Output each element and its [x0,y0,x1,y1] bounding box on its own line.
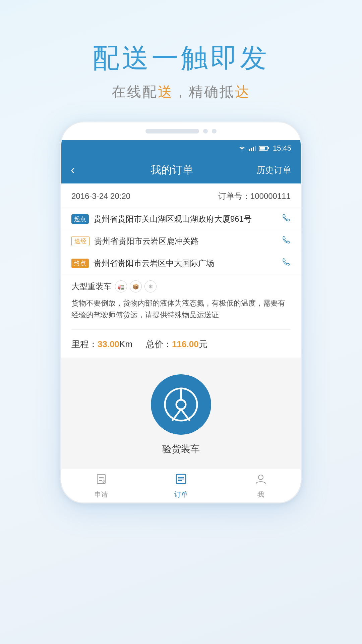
address-row-start: 起点 贵州省贵阳市关山湖区观山湖政府大厦961号 [61,208,301,230]
driver-section: 验货装车 [61,358,301,469]
wifi-icon [238,145,246,151]
end-tag: 终点 [71,259,89,268]
phone-frame: 15:45 ‹ 我的订单 历史订单 2016-3-24 20:20 订单号：10… [60,121,302,503]
svg-point-1 [176,400,186,409]
vehicle-section: 大型重装车 🚛 📦 ❄ 货物不要倒放，货物内部的液体为液态氮，有极低的温度，需要… [61,274,301,324]
vehicle-description: 货物不要倒放，货物内部的液体为液态氮，有极低的温度，需要有经验的驾驶师傅货运，请… [71,297,291,321]
price-row: 里程：33.00Km 总价：116.00元 [61,335,301,358]
price-info: 总价：116.00元 [146,338,207,350]
battery-fill [260,147,265,150]
hero-section: 配送一触即发 在线配送，精确抵达 [0,0,362,121]
hero-title: 配送一触即发 [0,40,362,76]
subtitle-middle: ，精确抵 [173,84,235,100]
distance-value: 33.00 [98,339,119,349]
svg-line-4 [181,409,189,420]
notch-dot1 [203,129,208,133]
nav-item-profile[interactable]: 我 [221,473,301,499]
vehicle-title-row: 大型重装车 🚛 📦 ❄ [71,280,291,292]
subtitle-highlight1: 送 [158,84,173,100]
subtitle-highlight2: 达 [235,84,250,100]
status-bar: 15:45 [61,140,301,157]
hero-subtitle: 在线配送，精确抵达 [0,83,362,101]
nav-item-orders[interactable]: 订单 [141,473,221,499]
price-label: 总价： [146,339,172,349]
content-area: 2016-3-24 20:20 订单号：100000111 起点 贵州省贵阳市关… [61,183,301,469]
content-divider [71,329,291,330]
subtitle-before: 在线配 [112,84,158,100]
order-date: 2016-3-24 20:20 [71,192,130,201]
distance-label: 里程： [71,339,98,349]
svg-line-3 [173,409,181,420]
notch-dot2 [212,129,217,133]
phone-icon-via[interactable] [282,235,291,247]
status-time: 15:45 [273,144,291,153]
order-num-value: 100000111 [250,192,291,201]
svg-point-13 [258,475,263,480]
vehicle-icons: 🚛 📦 ❄ [115,280,157,292]
profile-icon [255,473,267,488]
vehicle-icon-3: ❄ [144,280,157,292]
via-tag: 途经 [71,236,89,246]
history-orders-button[interactable]: 历史订单 [256,164,291,176]
battery-icon [259,146,268,151]
phone-notch-area [61,122,301,140]
end-address: 贵州省贵阳市云岩区中大国际广场 [94,258,279,269]
order-header: 2016-3-24 20:20 订单号：100000111 [61,183,301,208]
vehicle-type: 大型重装车 [71,281,112,292]
orders-label: 订单 [174,490,188,499]
orders-icon [175,473,187,488]
back-button[interactable]: ‹ [71,163,87,177]
navigation-bar: ‹ 我的订单 历史订单 [61,157,301,183]
vehicle-icon-2: 📦 [130,280,142,292]
phone-icon-start[interactable] [282,213,291,224]
phone-icon-end[interactable] [282,258,291,269]
distance-unit: Km [119,339,132,349]
nav-item-apply[interactable]: 申请 [61,473,141,499]
via-address: 贵州省贵阳市云岩区鹿冲关路 [94,236,279,247]
address-row-end: 终点 贵州省贵阳市云岩区中大国际广场 [61,252,301,274]
nav-title: 我的订单 [150,163,193,177]
steering-wheel-icon [163,386,199,423]
phone-mockup: 15:45 ‹ 我的订单 历史订单 2016-3-24 20:20 订单号：10… [0,121,362,503]
distance-info: 里程：33.00Km [71,338,132,350]
price-value: 116.00 [172,339,199,349]
signal-icon [249,145,256,151]
address-row-via: 途经 贵州省贵阳市云岩区鹿冲关路 [61,230,301,252]
start-tag: 起点 [71,214,89,224]
profile-label: 我 [257,490,264,499]
order-num-label: 订单号： [218,192,250,201]
notch-pill [145,129,199,133]
status-icons: 15:45 [238,144,291,153]
order-number: 订单号：100000111 [218,191,291,202]
apply-icon [95,473,107,488]
bottom-navigation: 申请 订单 [61,469,301,502]
driver-status-label: 验货装车 [162,443,200,455]
driver-circle-icon [151,374,211,435]
start-address: 贵州省贵阳市关山湖区观山湖政府大厦961号 [94,214,279,224]
apply-label: 申请 [95,490,108,499]
vehicle-icon-1: 🚛 [115,280,127,292]
price-unit: 元 [199,339,207,349]
